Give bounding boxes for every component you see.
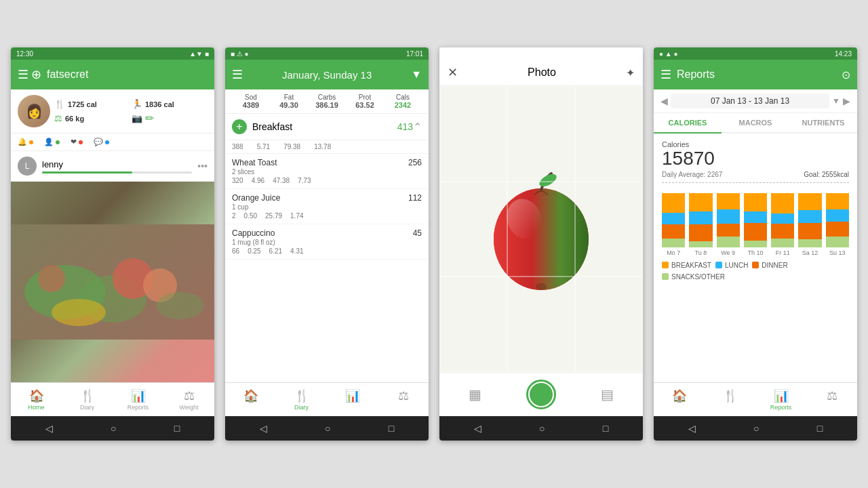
- status-bar-2: ■ ⚠ ● 17:01: [225, 47, 429, 60]
- legend-dinner: DINNER: [752, 262, 787, 269]
- dinner-seg: [826, 222, 849, 237]
- back-btn-2[interactable]: ◁: [260, 423, 267, 434]
- grid-cell-2: [507, 86, 575, 182]
- food-item-2: Cappuccino 45 1 mug (8 fl oz) 66 0.25 6.…: [225, 224, 429, 260]
- food-item-1-row: Orange Juice 112: [232, 193, 422, 203]
- nav-home[interactable]: 🏠 Home: [11, 386, 62, 413]
- expand-icon[interactable]: ⌃: [413, 121, 422, 134]
- reports-nav-reports[interactable]: 📊 Reports: [755, 386, 806, 413]
- macro-sod: Sod 4389: [232, 94, 270, 109]
- home-btn-3[interactable]: ○: [539, 423, 545, 434]
- food-item-1-serving: 1 cup: [232, 203, 422, 211]
- menu-icon[interactable]: ☰: [18, 67, 28, 82]
- total-prot: 13.78: [314, 143, 331, 150]
- notification-item[interactable]: 🔔: [18, 138, 33, 146]
- recent-btn-4[interactable]: □: [817, 423, 823, 434]
- bar-day-label: Su 13: [829, 249, 846, 256]
- close-icon[interactable]: ✕: [448, 65, 458, 80]
- tab-nutrients[interactable]: NUTRIENTS: [789, 113, 857, 132]
- camera-stat[interactable]: 📷 ✏: [132, 112, 208, 125]
- macro-fat-label: Fat: [270, 94, 308, 101]
- friends-item[interactable]: 👤: [44, 138, 60, 146]
- meal-header: + Breakfast 413 ⌃: [225, 114, 429, 140]
- nav-weight[interactable]: ⚖ Weight: [163, 386, 214, 413]
- food-item-1: Orange Juice 112 1 cup 2 0.50 25.79 1.74: [225, 189, 429, 224]
- back-btn-4[interactable]: ◁: [688, 423, 696, 434]
- diary-menu-icon[interactable]: ☰: [232, 67, 243, 82]
- capture-button[interactable]: [526, 380, 556, 409]
- home-btn-4[interactable]: ○: [753, 423, 759, 434]
- reports-nav-diary[interactable]: 🍴: [705, 386, 755, 413]
- legend-dinner-label: DINNER: [762, 262, 787, 269]
- dinner-seg: [662, 224, 685, 239]
- legend-breakfast-dot: [662, 262, 669, 268]
- settings-icon[interactable]: ✦: [626, 66, 635, 79]
- next-date-btn[interactable]: ▶: [843, 96, 850, 106]
- diary-nav-diary[interactable]: 🍴 Diary: [276, 386, 327, 413]
- user-progress-fill: [42, 171, 132, 174]
- capture-inner: [530, 383, 553, 406]
- bar-day-label: Sa 12: [802, 249, 818, 256]
- legend-dinner-dot: [752, 262, 759, 268]
- nav-reports[interactable]: 📊 Reports: [113, 386, 163, 413]
- tab-macros[interactable]: MACROS: [722, 113, 789, 132]
- bar-stack: [689, 193, 712, 247]
- home-btn-1[interactable]: ○: [111, 423, 116, 434]
- user-progress-bar-container: [42, 171, 192, 174]
- recent-btn-2[interactable]: □: [389, 423, 394, 434]
- food-item-2-name: Cappuccino: [232, 228, 275, 238]
- messages-item[interactable]: 💬: [94, 138, 109, 146]
- dotted-divider: [662, 182, 849, 183]
- barcode-icon[interactable]: ▤: [601, 386, 614, 403]
- macro-carbs: Carbs 386.19: [308, 94, 346, 109]
- prev-date-btn[interactable]: ◀: [660, 96, 668, 106]
- recent-btn-1[interactable]: □: [174, 423, 180, 434]
- likes-dot: [79, 140, 83, 144]
- bar-chart: Mo 7Tu 8We 9Th 10Fr 11Sa 12Su 13: [654, 188, 857, 256]
- diary-nav-home[interactable]: 🏠: [225, 386, 276, 413]
- legend-lunch: LUNCH: [715, 262, 748, 269]
- macro-prot: Prot 63.52: [346, 94, 384, 109]
- food-item-1-macros: 2 0.50 25.79 1.74: [232, 212, 422, 220]
- date-dropdown-icon[interactable]: ▼: [832, 96, 840, 106]
- macro-carbs-label: Carbs: [308, 94, 346, 101]
- reports-nav-home[interactable]: 🏠: [654, 386, 705, 413]
- food-item-1-name: Orange Juice: [232, 193, 280, 203]
- reports-title: Reports: [677, 68, 842, 81]
- legend-breakfast: BREAKFAST: [662, 262, 711, 269]
- gallery-icon[interactable]: ▦: [469, 386, 481, 403]
- bottom-nav-2: 🏠 🍴 Diary 📊 ⚖: [225, 382, 429, 416]
- reports-menu-icon[interactable]: ☰: [660, 67, 671, 82]
- back-btn-3[interactable]: ◁: [474, 423, 481, 434]
- run-stat: 🏃 1836 cal: [132, 98, 208, 110]
- food-item-2-serving: 1 mug (8 fl oz): [232, 239, 422, 246]
- nav-diary[interactable]: 🍴 Diary: [62, 386, 113, 413]
- dinner-seg: [771, 224, 794, 239]
- dropdown-icon[interactable]: ▼: [411, 68, 422, 81]
- legend-snacks-label: SNACKS/OTHER: [671, 273, 725, 281]
- weight-stat: ⚖ 66 kg: [54, 112, 130, 125]
- breakfast-seg: [798, 193, 821, 211]
- avatar: 👩: [18, 95, 50, 127]
- back-btn-1[interactable]: ◁: [45, 423, 53, 434]
- home-btn-2[interactable]: ○: [325, 423, 330, 434]
- reports-settings-icon[interactable]: ⊙: [842, 68, 850, 81]
- macro-prot-label: Prot: [346, 94, 384, 101]
- grid-cell-7: [439, 277, 507, 372]
- rp-reports-icon: 📊: [774, 388, 789, 403]
- diary-nav-weight[interactable]: ⚖: [378, 386, 429, 413]
- likes-item[interactable]: ❤: [71, 138, 83, 146]
- diary-nav-reports[interactable]: 📊: [327, 386, 378, 413]
- recent-btn-3[interactable]: □: [603, 423, 608, 434]
- tab-calories[interactable]: CALORIES: [654, 113, 722, 134]
- bar-group-Su13: Su 13: [826, 193, 849, 256]
- macro-carbs-val: 386.19: [308, 101, 346, 109]
- date-range-label: 07 Jan 13 - 13 Jan 13: [671, 94, 829, 108]
- add-meal-btn[interactable]: +: [232, 119, 247, 134]
- reports-nav-weight[interactable]: ⚖: [806, 386, 857, 413]
- bar-stack: [798, 193, 821, 247]
- food-item-0-serving: 2 slices: [232, 168, 422, 176]
- more-options-icon[interactable]: •••: [197, 161, 208, 171]
- screen-home: 12:30 ▲▼ ■ ☰ ⊕ fatsecret 👩 🍴 1725 cal: [11, 47, 214, 441]
- camera-bar: ▦ ▤: [439, 372, 643, 416]
